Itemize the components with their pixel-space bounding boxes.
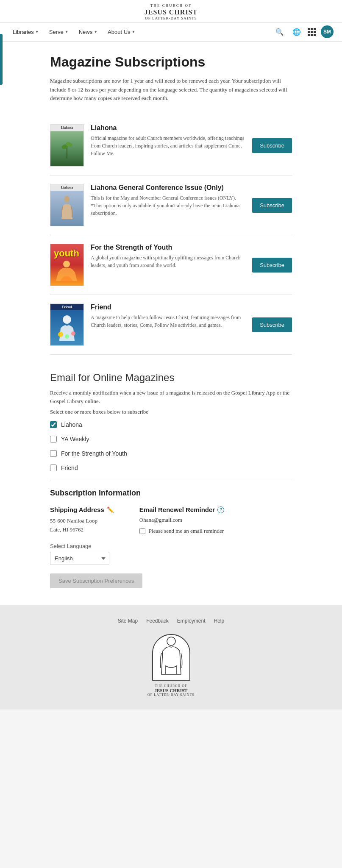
footer-links: Site Map Feedback Employment Help (8, 618, 334, 624)
checkbox-ya-weekly-label[interactable]: YA Weekly (61, 436, 89, 442)
nav-icons: 🔍 🌐 SM (274, 25, 334, 38)
cover-image-liahona (50, 131, 83, 166)
grid-dot (311, 34, 313, 36)
nav-item-libraries[interactable]: Libraries ▼ (8, 25, 43, 39)
magazine-info-liahona-conf: Liahona General Conference Issue (Only) … (91, 184, 245, 217)
shipping-address: 55-600 Naniloa Loop Laie, HI 96762 (50, 517, 114, 534)
friend-cover-svg (54, 313, 80, 343)
magazine-desc-youth: A global youth magazine with spiritually… (91, 254, 245, 269)
church-logo: THE CHURCH OF JESUS CHRIST OF LATTER-DAY… (0, 3, 342, 21)
magazine-desc-liahona: Official magazine for adult Church membe… (91, 134, 245, 157)
magazine-info-liahona: Liahona Official magazine for adult Chur… (91, 124, 245, 157)
user-avatar[interactable]: SM (321, 25, 334, 38)
checkbox-strength-youth-label[interactable]: For the Strength of Youth (61, 450, 127, 457)
grid-dot (314, 34, 316, 36)
language-section: Select Language English Spanish French P… (50, 543, 292, 565)
shipping-label: Shipping Address (50, 506, 104, 513)
search-button[interactable]: 🔍 (274, 26, 286, 38)
footer-logo-line3: OF LATTER-DAY SAINTS (147, 693, 195, 697)
cover-label-friend: Friend (50, 304, 83, 310)
magazine-cover-friend: Friend (50, 303, 84, 346)
email-section-title: Email for Online Magazines (50, 372, 292, 384)
logo-line2: JESUS CHRIST (145, 8, 197, 16)
globe-button[interactable]: 🌐 (291, 26, 303, 38)
magazine-desc-friend: A magazine to help children follow Jesus… (91, 314, 245, 329)
subscribe-button-youth[interactable]: Subscribe (252, 258, 292, 273)
svg-point-4 (63, 261, 70, 267)
svg-point-9 (167, 637, 175, 645)
magazine-item-youth: youth For the Strength of Youth A global… (50, 235, 292, 295)
page-description: Magazine subscriptions are now for 1 yea… (50, 77, 292, 103)
nav-label-libraries: Libraries (13, 29, 34, 35)
subscribe-button-liahona[interactable]: Subscribe (252, 138, 292, 153)
email-reminder-col: Email Renewel Reminder ? Ohana@gmail.com… (139, 506, 224, 534)
reminder-checkbox-label[interactable]: Please send me an email reminder (149, 528, 224, 534)
grid-dot (308, 34, 310, 36)
help-icon[interactable]: ? (217, 506, 224, 513)
nav-item-about[interactable]: About Us ▼ (103, 25, 139, 39)
youth-cover-image (54, 260, 79, 281)
nav-arrow-about: ▼ (132, 30, 136, 34)
checkbox-liahona-email-label[interactable]: Liahona (61, 421, 82, 428)
nav-links: Libraries ▼ Serve ▼ News ▼ About Us ▼ (8, 25, 140, 39)
shipping-col: Shipping Address ✏️ 55-600 Naniloa Loop … (50, 506, 114, 534)
shipping-col-title: Shipping Address ✏️ (50, 506, 114, 513)
subscribe-button-friend[interactable]: Subscribe (252, 317, 292, 332)
nav-label-serve: Serve (49, 29, 64, 35)
edit-icon[interactable]: ✏️ (107, 506, 114, 513)
seedling-icon (61, 138, 73, 159)
reminder-checkbox-row: Please send me an email reminder (139, 528, 224, 534)
apps-button[interactable] (308, 28, 316, 36)
nav-label-about: About Us (108, 29, 130, 35)
grid-dot (314, 31, 316, 33)
email-select-label: Select one or more boxes below to subscr… (50, 409, 292, 415)
nav-item-news[interactable]: News ▼ (75, 25, 102, 39)
nav-arrow-libraries: ▼ (35, 30, 39, 34)
nav-item-serve[interactable]: Serve ▼ (45, 25, 73, 39)
reminder-checkbox-input[interactable] (139, 528, 145, 534)
magazine-item-liahona: Liahona Liahona Official magazine for ad… (50, 116, 292, 175)
footer-link-sitemap[interactable]: Site Map (118, 618, 138, 624)
magazine-info-youth: For the Strength of Youth A global youth… (91, 244, 245, 269)
magazine-title-liahona-conf: Liahona General Conference Issue (Only) (91, 184, 245, 192)
address-line2: Laie, HI 96762 (50, 526, 114, 534)
footer-link-help[interactable]: Help (214, 618, 225, 624)
checkbox-friend-email: Friend (50, 465, 292, 471)
grid-dot (311, 28, 313, 30)
cover-label-liahona2: Liahona (50, 184, 83, 191)
magazine-info-friend: Friend A magazine to help children follo… (91, 303, 245, 329)
magazine-title-youth: For the Strength of Youth (91, 244, 245, 251)
checkbox-strength-youth: For the Strength of Youth (50, 450, 292, 457)
footer-link-feedback[interactable]: Feedback (146, 618, 169, 624)
footer-logo-line1: THE CHURCH OF (147, 684, 195, 688)
footer-link-employment[interactable]: Employment (177, 618, 206, 624)
grid-dot (308, 31, 310, 33)
section-divider (50, 480, 292, 480)
nav-label-news: News (79, 29, 93, 35)
checkbox-liahona-email: Liahona (50, 421, 292, 428)
magazine-title-liahona: Liahona (91, 124, 245, 132)
email-reminder-col-title: Email Renewel Reminder ? (139, 506, 224, 513)
reminder-email: Ohana@gmail.com (139, 517, 224, 523)
nav-arrow-serve: ▼ (65, 30, 69, 34)
logo-line3: OF LATTER-DAY SAINTS (145, 16, 197, 21)
youth-cover-text: youth (54, 249, 79, 258)
sub-info-title: Subscription Information (50, 489, 292, 498)
sub-info-columns: Shipping Address ✏️ 55-600 Naniloa Loop … (50, 506, 292, 534)
checkbox-strength-youth-input[interactable] (50, 450, 57, 457)
language-select[interactable]: English Spanish French Portuguese German (50, 552, 109, 565)
footer-logo-figure (156, 636, 186, 679)
subscribe-button-liahona-conf[interactable]: Subscribe (252, 198, 292, 213)
checkbox-friend-email-input[interactable] (50, 465, 57, 471)
magazine-cover-youth: youth (50, 244, 84, 286)
side-accent (0, 34, 3, 85)
footer-logo: THE CHURCH OF JESUS CHRIST OF LATTER-DAY… (8, 634, 334, 697)
person-icon (61, 196, 73, 221)
checkbox-liahona-email-input[interactable] (50, 421, 57, 428)
checkbox-friend-email-label[interactable]: Friend (61, 465, 78, 471)
magazine-item-liahona-conference: Liahona Liahona General Conference Issue… (50, 175, 292, 235)
main-nav: Libraries ▼ Serve ▼ News ▼ About Us ▼ 🔍 … (0, 23, 342, 42)
save-button[interactable]: Save Subscription Preferences (50, 573, 142, 588)
magazine-item-friend: Friend Friend A magazine to help childre… (50, 295, 292, 355)
checkbox-ya-weekly-input[interactable] (50, 436, 57, 442)
